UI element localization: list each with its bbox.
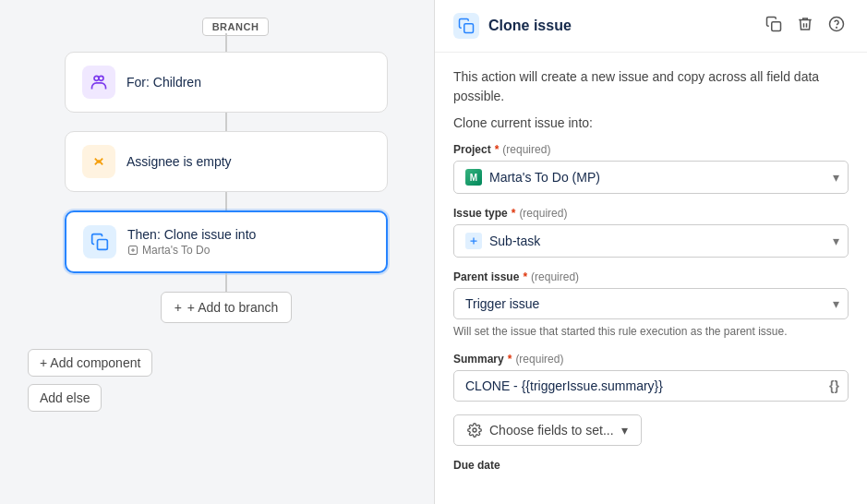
due-date-label: Due date: [453, 459, 849, 472]
project-field-group: Project * (required) M Marta's To Do (MP…: [453, 143, 849, 194]
svg-rect-4: [464, 24, 474, 33]
choose-fields-label: Choose fields to set...: [489, 423, 614, 438]
parent-issue-select[interactable]: Trigger issue ▾: [453, 288, 849, 319]
right-panel: Clone issue: [434, 0, 867, 504]
parent-issue-field-group: Parent issue * (required) Trigger issue …: [453, 270, 849, 340]
panel-header: Clone issue: [435, 0, 867, 53]
project-icon: M: [465, 169, 482, 186]
subtask-icon: [465, 233, 482, 249]
panel-header-actions: [762, 14, 849, 39]
issue-type-chevron-icon: ▾: [833, 234, 839, 248]
svg-rect-2: [98, 240, 108, 250]
help-action-button[interactable]: [825, 14, 849, 39]
gear-icon: [467, 423, 482, 438]
flow-node-assignee[interactable]: Assignee is empty: [65, 131, 388, 192]
clone-content: Then: Clone issue into Marta's To Do: [127, 227, 256, 257]
add-component-button[interactable]: + Add component: [28, 349, 152, 377]
add-to-branch-label: + Add to branch: [187, 300, 278, 315]
issue-type-select-wrapper: Sub-task ▾: [453, 224, 849, 258]
panel-header-icon: [453, 13, 479, 39]
panel-title: Clone issue: [488, 18, 753, 34]
clone-title: Then: Clone issue into: [127, 227, 256, 242]
due-date-field-group: Due date: [453, 459, 849, 472]
add-else-label: Add else: [40, 390, 90, 405]
project-select[interactable]: M Marta's To Do (MP) ▾: [453, 161, 849, 194]
delete-action-button[interactable]: [793, 14, 817, 39]
for-children-icon: [82, 66, 115, 99]
assignee-icon: [82, 145, 115, 178]
project-value: Marta's To Do (MP): [489, 170, 600, 185]
flow-node-clone[interactable]: Then: Clone issue into Marta's To Do: [65, 210, 388, 273]
svg-point-1: [99, 76, 103, 80]
summary-input[interactable]: [453, 370, 849, 402]
issue-type-select[interactable]: Sub-task ▾: [453, 224, 849, 258]
summary-field-group: Summary * (required) {}: [453, 353, 849, 402]
svg-point-8: [473, 428, 476, 432]
branch-label: BRANCH: [202, 18, 270, 36]
add-to-branch-plus: +: [175, 300, 182, 315]
issue-type-field-group: Issue type * (required) Sub-task ▾: [453, 207, 849, 258]
parent-issue-select-wrapper: Trigger issue ▾: [453, 288, 849, 319]
left-panel: BRANCH For: Children: [0, 0, 434, 504]
clone-subtitle: Marta's To Do: [127, 244, 256, 257]
assignee-title: Assignee is empty: [126, 154, 232, 169]
for-children-title: For: Children: [126, 75, 201, 90]
clone-node-icon: [83, 225, 116, 258]
description-text: This action will create a new issue and …: [453, 67, 849, 106]
svg-point-7: [837, 27, 837, 28]
clone-into-label: Clone current issue into:: [453, 115, 849, 130]
issue-type-label: Issue type * (required): [453, 207, 849, 220]
bottom-actions: + Add component Add else: [28, 336, 152, 412]
svg-rect-5: [772, 21, 781, 30]
choose-fields-button[interactable]: Choose fields to set... ▾: [453, 414, 642, 446]
summary-input-wrapper: {}: [453, 370, 849, 402]
parent-issue-helper: Will set the issue that started this rul…: [453, 324, 849, 340]
panel-body: This action will create a new issue and …: [435, 53, 867, 499]
flow-node-for-children[interactable]: For: Children: [65, 52, 388, 113]
add-else-button[interactable]: Add else: [28, 384, 102, 412]
summary-smart-icon[interactable]: {}: [829, 378, 839, 393]
add-to-branch-button[interactable]: + + Add to branch: [161, 292, 293, 323]
project-label: Project * (required): [453, 143, 849, 156]
parent-issue-value: Trigger issue: [465, 296, 539, 311]
project-chevron-icon: ▾: [833, 170, 839, 185]
add-component-label: + Add component: [40, 355, 140, 370]
project-select-wrapper: M Marta's To Do (MP) ▾: [453, 161, 849, 194]
summary-label: Summary * (required): [453, 353, 849, 366]
copy-action-button[interactable]: [762, 14, 786, 39]
parent-issue-chevron-icon: ▾: [833, 296, 839, 311]
issue-type-value: Sub-task: [489, 234, 540, 248]
assignee-content: Assignee is empty: [126, 154, 232, 169]
parent-issue-label: Parent issue * (required): [453, 270, 849, 283]
choose-fields-chevron-icon: ▾: [621, 423, 628, 438]
for-children-content: For: Children: [126, 75, 201, 90]
